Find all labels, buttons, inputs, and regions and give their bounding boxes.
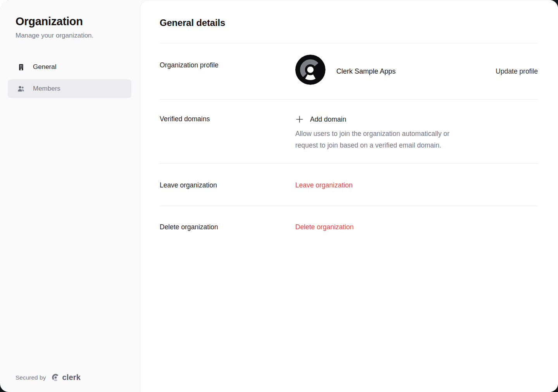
sidebar-nav: General Members [8,58,131,98]
leave-organization-row: Leave organization Leave organization [160,163,538,206]
secured-by-label: Secured by [16,374,46,381]
main-header: General details [160,17,538,43]
organization-name: Clerk Sample Apps [336,67,396,76]
sidebar: Organization Manage your organization. G… [0,0,140,392]
row-label: Delete organization [160,223,295,231]
update-profile-button[interactable]: Update profile [496,67,538,76]
sidebar-item-members[interactable]: Members [8,79,131,98]
row-label: Leave organization [160,181,295,189]
section-title: General details [160,17,538,28]
description-line: request to join based on a verified emai… [295,139,538,151]
verified-domains-row: Verified domains Add domain Allow users … [160,100,538,163]
delete-organization-row: Delete organization Delete organization [160,206,538,254]
leave-content: Leave organization [295,181,538,189]
sidebar-header: Organization Manage your organization. [16,15,131,40]
organization-profile-modal: Organization Manage your organization. G… [0,0,558,392]
leave-organization-button[interactable]: Leave organization [295,181,353,189]
delete-organization-button[interactable]: Delete organization [295,223,354,231]
organization-avatar [295,55,326,85]
sidebar-footer: Secured by clerk [16,373,81,382]
page-subtitle: Manage your organization. [16,31,131,40]
users-icon [17,85,25,93]
building-icon [17,63,25,71]
delete-content: Delete organization [295,223,538,231]
row-label: Organization profile [160,58,295,85]
page-title: Organization [16,15,131,28]
sidebar-item-general[interactable]: General [8,58,131,76]
clerk-brand-link[interactable]: clerk [51,373,81,382]
clerk-wordmark: clerk [62,373,81,382]
row-label: Verified domains [160,115,295,151]
plus-icon [295,115,304,124]
add-domain-button[interactable]: Add domain [295,115,538,124]
clerk-logo-icon [51,373,60,382]
domains-content: Add domain Allow users to join the organ… [295,115,538,151]
add-domain-label: Add domain [310,115,346,124]
sidebar-item-label: Members [33,85,60,93]
profile-content: Clerk Sample Apps Update profile [295,58,538,85]
general-details-panel: General details Organization profile Cle… [140,0,558,392]
description-line: Allow users to join the organization aut… [295,128,538,139]
domains-description: Allow users to join the organization aut… [295,128,538,151]
organization-profile-row: Organization profile Clerk Sample Apps U… [160,43,538,100]
sidebar-item-label: General [33,63,56,71]
